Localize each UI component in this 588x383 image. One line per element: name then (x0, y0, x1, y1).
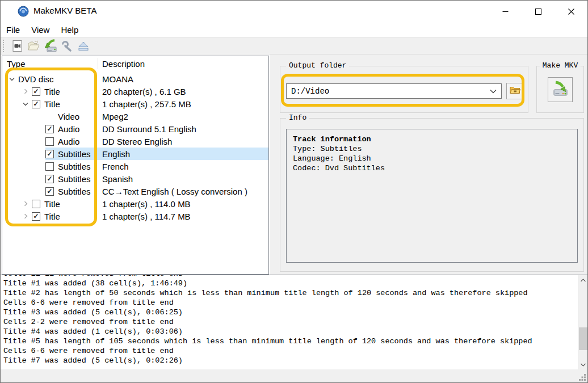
log-panel: Cells 11-11 were removed from title endT… (1, 275, 587, 370)
tree-item-description: 1 chapter(s) , 257.5 MB (100, 98, 268, 110)
toolbar (1, 37, 587, 54)
tree-item-description: 20 chapter(s) , 6.1 GB (100, 85, 268, 98)
column-header-type[interactable]: Type (2, 59, 100, 69)
makemkv-logo-icon (18, 6, 29, 17)
log-line: Cells 6-6 were removed from title end (3, 346, 577, 356)
toolbar-grip-icon (3, 40, 5, 52)
chevron-down-icon[interactable] (19, 102, 32, 107)
info-group: Info Track information Type: SubtitlesLa… (280, 118, 584, 272)
track-info-lines: Type: SubtitlesLanguage: EnglishCodec: D… (293, 144, 571, 173)
tree-row[interactable]: Title1 chapter(s) , 114.7 MB (2, 210, 268, 222)
save-mkv-icon[interactable] (42, 38, 58, 54)
tree-item-label: Subtitles (58, 187, 91, 196)
info-line: Codec: Dvd Subtitles (293, 163, 571, 173)
maximize-button[interactable] (522, 1, 555, 22)
output-folder-group: Output folder D:/Video (280, 66, 528, 113)
chevron-right-icon[interactable] (19, 201, 32, 207)
tree-item-description: CC→Text English ( Lossy conversion ) (100, 185, 268, 197)
tree-item-description: 1 chapter(s) , 114.7 MB (100, 210, 268, 222)
menu-view[interactable]: View (31, 25, 49, 35)
tree-row[interactable]: SubtitlesSpanish (2, 172, 268, 185)
tree-row[interactable]: DVD discMOANA (2, 73, 268, 85)
column-header-description[interactable]: Description (100, 59, 145, 69)
info-label: Info (286, 113, 309, 122)
tree-item-label: Title (44, 99, 60, 109)
output-folder-combobox[interactable]: D:/Video (286, 83, 502, 99)
tree-item-label: Title (44, 87, 60, 96)
tree-row[interactable]: Title1 chapter(s) , 257.5 MB (2, 98, 268, 110)
tree-item-label: Title (44, 212, 60, 221)
track-checkbox[interactable] (45, 125, 54, 133)
tree-row[interactable]: Title1 chapter(s) , 114.0 MB (2, 197, 268, 210)
track-checkbox[interactable] (45, 162, 54, 171)
scroll-up-icon[interactable] (578, 275, 587, 285)
right-panel: Output folder D:/Video Make MKV (270, 54, 588, 275)
chevron-right-icon[interactable] (19, 213, 32, 219)
output-folder-value: D:/Video (291, 87, 485, 96)
track-checkbox[interactable] (32, 200, 40, 208)
track-checkbox[interactable] (32, 100, 40, 108)
log-line: Cells 6-6 were removed from title end (3, 298, 577, 308)
tree-column-header: Type Description (2, 56, 268, 71)
scroll-down-icon[interactable] (578, 360, 587, 369)
settings-wrench-icon[interactable] (58, 38, 75, 54)
track-checkbox[interactable] (45, 187, 54, 196)
track-checkbox[interactable] (32, 87, 40, 96)
chevron-right-icon[interactable] (19, 89, 32, 94)
browse-folder-button[interactable] (506, 83, 523, 99)
tree-item-label: Audio (58, 124, 79, 134)
tree-row[interactable]: SubtitlesCC→Text English ( Lossy convers… (2, 185, 268, 197)
track-info-heading: Track information (293, 134, 571, 144)
titles-tree-panel: Type Description DVD discMOANATitle20 ch… (2, 56, 269, 275)
make-mkv-label: Make MKV (540, 61, 581, 70)
log-line: Title #5 has length of 105 seconds which… (3, 336, 577, 346)
tree-item-description: Spanish (100, 172, 268, 185)
info-line: Language: English (293, 154, 571, 163)
track-checkbox[interactable] (45, 137, 54, 146)
tree-row[interactable]: AudioDD Surround 5.1 English (2, 123, 268, 135)
tree-item-description: DD Surround 5.1 English (100, 123, 268, 135)
chevron-down-icon[interactable] (6, 77, 18, 82)
makemkv-window: MakeMKV BETA File View Help Type Descrip… (0, 0, 588, 383)
tree-item-label: Subtitles (58, 149, 91, 159)
log-line: Title #2 has length of 50 seconds which … (3, 288, 577, 298)
minimize-button[interactable] (489, 1, 522, 22)
tree-row[interactable]: VideoMpeg2 (2, 110, 268, 123)
menu-bar: File View Help (1, 22, 587, 37)
log-messages: Cells 11-11 were removed from title endT… (1, 275, 577, 369)
status-bar (1, 369, 587, 382)
tree-row[interactable]: SubtitlesFrench (2, 160, 268, 172)
open-folder-icon[interactable] (26, 38, 42, 54)
window-title: MakeMKV BETA (33, 6, 96, 15)
menu-help[interactable]: Help (61, 25, 78, 35)
make-mkv-button[interactable] (548, 77, 573, 102)
tree-item-label: Video (58, 112, 79, 121)
log-line: Title #1 was added (38 cell(s), 1:46:49) (3, 279, 577, 288)
combo-dropdown-icon[interactable] (485, 84, 501, 98)
log-scrollbar[interactable] (578, 275, 587, 369)
scrollbar-thumb[interactable] (579, 327, 587, 350)
tree-item-description: DD Stereo English (100, 135, 268, 148)
track-checkbox[interactable] (45, 175, 54, 183)
save-mkv-drive-icon (552, 80, 569, 99)
title-bar: MakeMKV BETA (1, 1, 587, 22)
log-line: Title #3 was added (5 cell(s), 0:06:25) (3, 308, 577, 317)
tree-row[interactable]: Title20 chapter(s) , 6.1 GB (2, 85, 268, 98)
tree-row[interactable]: SubtitlesEnglish (2, 148, 268, 160)
menu-file[interactable]: File (6, 25, 20, 35)
tree-item-description: French (100, 160, 268, 172)
tree-body: DVD discMOANATitle20 chapter(s) , 6.1 GB… (2, 71, 268, 222)
eject-icon[interactable] (75, 38, 91, 54)
tree-row[interactable]: AudioDD Stereo English (2, 135, 268, 148)
log-line: Cells 11-11 were removed from title end (3, 275, 577, 279)
track-info-panel: Track information Type: SubtitlesLanguag… (286, 129, 578, 263)
track-checkbox[interactable] (32, 212, 40, 221)
log-line: Title #7 was added (5 cell(s), 0:02:26) (3, 356, 577, 365)
resize-grip-icon[interactable] (579, 374, 586, 381)
video-file-icon[interactable] (9, 38, 26, 54)
tree-item-description: English (100, 148, 268, 160)
info-line: Type: Subtitles (293, 144, 571, 154)
tree-item-label: Audio (58, 137, 79, 146)
close-button[interactable] (555, 1, 587, 22)
track-checkbox[interactable] (45, 150, 54, 158)
